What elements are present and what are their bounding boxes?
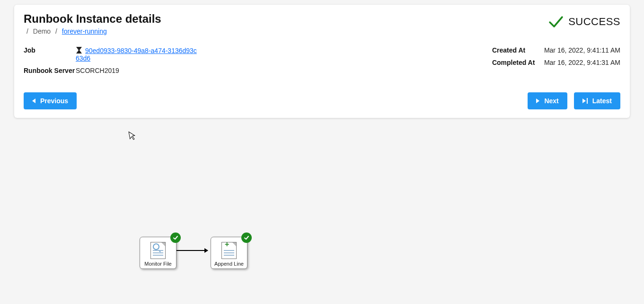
created-row: Created At Mar 16, 2022, 9:41:11 AM xyxy=(492,46,620,54)
job-label: Job xyxy=(24,46,76,62)
details-row: Job 90ed0933-9830-49a8-a474-3136d93c63d6… xyxy=(24,46,620,79)
buttons-row: Previous Next Latest xyxy=(24,92,620,109)
panel-header: Runbook Instance details / Demo / foreve… xyxy=(24,12,620,35)
activity-node-label: Append Line xyxy=(214,261,244,267)
job-value: 90ed0933-9830-49a8-a474-3136d93c63d6 xyxy=(76,46,199,62)
next-button[interactable]: Next xyxy=(528,92,567,109)
breadcrumb-sep: / xyxy=(55,27,57,35)
status-badge: SUCCESS xyxy=(548,12,620,28)
breadcrumb-item-runbook[interactable]: forever-running xyxy=(62,27,107,35)
latest-button-label: Latest xyxy=(592,97,612,105)
completed-label: Completed At xyxy=(492,59,544,66)
breadcrumb-sep: / xyxy=(26,27,28,35)
details-panel: Runbook Instance details / Demo / foreve… xyxy=(14,5,630,118)
success-check-icon xyxy=(548,15,564,28)
breadcrumb: / Demo / forever-running xyxy=(24,27,161,35)
status-text: SUCCESS xyxy=(568,16,620,28)
job-row: Job 90ed0933-9830-49a8-a474-3136d93c63d6 xyxy=(24,46,199,62)
details-left: Job 90ed0933-9830-49a8-a474-3136d93c63d6… xyxy=(24,46,199,79)
status-check-icon xyxy=(241,232,252,243)
job-link[interactable]: 90ed0933-9830-49a8-a474-3136d93c63d6 xyxy=(76,47,197,62)
skip-end-icon xyxy=(582,98,588,104)
page-title: Runbook Instance details xyxy=(24,12,161,26)
completed-value: Mar 16, 2022, 9:41:31 AM xyxy=(544,59,620,66)
right-button-group: Next Latest xyxy=(528,92,620,109)
details-right: Created At Mar 16, 2022, 9:41:11 AM Comp… xyxy=(492,46,620,79)
document-append-icon: + xyxy=(221,242,237,259)
previous-button[interactable]: Previous xyxy=(24,92,77,109)
completed-row: Completed At Mar 16, 2022, 9:41:31 AM xyxy=(492,59,620,66)
activity-node-append-line[interactable]: + Append Line xyxy=(211,237,247,269)
server-value: SCORCH2019 xyxy=(76,67,119,74)
hourglass-icon xyxy=(76,46,82,54)
activity-node-monitor-file[interactable]: Monitor File xyxy=(140,237,176,269)
activity-node-label: Monitor File xyxy=(144,261,171,267)
chevron-left-icon xyxy=(32,98,35,103)
document-monitor-icon xyxy=(150,242,166,259)
server-row: Runbook Server SCORCH2019 xyxy=(24,67,199,74)
server-label: Runbook Server xyxy=(24,67,76,74)
chevron-right-icon xyxy=(536,98,539,103)
breadcrumb-item-demo: Demo xyxy=(33,27,51,35)
created-value: Mar 16, 2022, 9:41:11 AM xyxy=(544,46,620,54)
created-label: Created At xyxy=(492,46,544,54)
next-button-label: Next xyxy=(544,97,558,105)
latest-button[interactable]: Latest xyxy=(574,92,620,109)
connector-arrow xyxy=(176,250,208,251)
title-block: Runbook Instance details / Demo / foreve… xyxy=(24,12,161,35)
mouse-cursor-icon xyxy=(128,130,138,143)
status-check-icon xyxy=(170,232,181,243)
previous-button-label: Previous xyxy=(40,97,68,105)
